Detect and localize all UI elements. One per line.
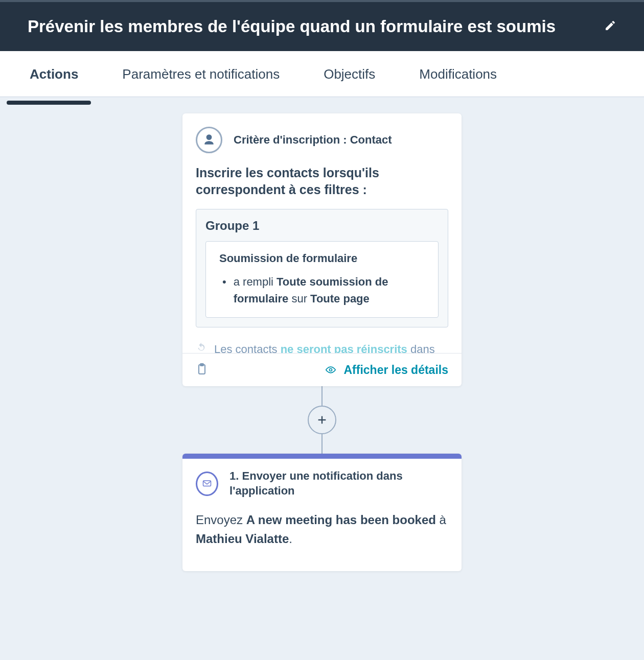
svg-point-2 <box>330 369 332 371</box>
show-details-link[interactable]: Afficher les détails <box>324 363 448 377</box>
page-header: Prévenir les membres de l'équipe quand u… <box>0 2 644 51</box>
contact-icon <box>196 127 222 153</box>
add-step-button[interactable] <box>308 406 336 434</box>
connector-line <box>321 386 323 406</box>
tab-bar: Actions Paramètres et notifications Obje… <box>0 51 644 97</box>
tab-modifications[interactable]: Modifications <box>419 51 497 97</box>
trigger-card[interactable]: Critère d'inscription : Contact Inscrire… <box>182 113 462 387</box>
action-card[interactable]: 1. Envoyer une notification dans l'appli… <box>182 454 462 571</box>
filter-title: Soumission de formulaire <box>219 252 425 265</box>
filter-prefix: a rempli <box>234 275 277 288</box>
details-label: Afficher les détails <box>343 363 448 377</box>
reenroll-note: Les contacts ne seront pas réinscrits da… <box>182 333 462 353</box>
filter-group: Groupe 1 Soumission de formulaire • a re… <box>196 209 448 327</box>
tab-objectives[interactable]: Objectifs <box>324 51 375 97</box>
mail-icon <box>196 472 218 496</box>
eye-icon <box>324 365 337 375</box>
action-card-accent <box>182 454 462 459</box>
filter-rule: • a rempli Toute soumission de formulair… <box>219 273 425 307</box>
refresh-icon <box>196 342 207 353</box>
pencil-icon[interactable] <box>604 19 616 34</box>
card-footer: Afficher les détails <box>182 353 462 386</box>
tab-settings[interactable]: Paramètres et notifications <box>122 51 280 97</box>
criteria-label: Critère d'inscription : Contact <box>234 133 392 147</box>
workflow-title: Prévenir les membres de l'équipe quand u… <box>28 16 556 37</box>
group-label: Groupe 1 <box>205 219 439 233</box>
filter-page: Toute page <box>310 292 370 305</box>
connector-line <box>321 434 323 454</box>
enrollment-description: Inscrire les contacts lorsqu'ils corresp… <box>196 164 448 199</box>
filter-box: Soumission de formulaire • a rempli Tout… <box>205 241 439 318</box>
filter-mid: sur <box>288 292 310 305</box>
action-description: Envoyez A new meeting has been booked à … <box>182 501 462 571</box>
action-title: 1. Envoyer une notification dans l'appli… <box>229 469 448 498</box>
svg-rect-5 <box>203 481 211 486</box>
clipboard-icon[interactable] <box>196 362 208 378</box>
workflow-canvas: Critère d'inscription : Contact Inscrire… <box>0 97 644 571</box>
tab-actions[interactable]: Actions <box>30 51 78 97</box>
